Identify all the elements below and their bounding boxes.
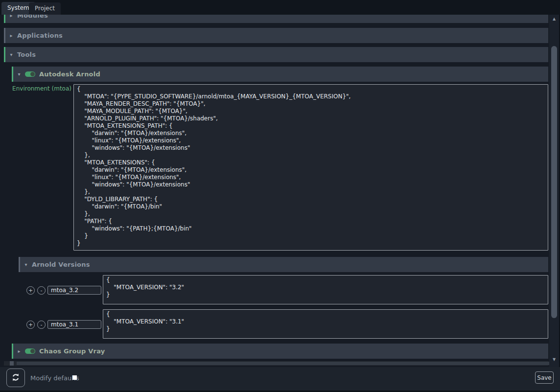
footer-bar: Modify defaults Save xyxy=(0,367,560,391)
remove-version-button[interactable]: - xyxy=(37,286,46,295)
section-title: Arnold Versions xyxy=(32,261,90,268)
scroll-down-icon[interactable]: ▼ xyxy=(549,356,559,363)
version-name-input[interactable] xyxy=(47,286,101,295)
section-header-arnold-versions[interactable]: ▾ Arnold Versions xyxy=(19,257,548,272)
modify-defaults-label: Modify defaults xyxy=(30,374,79,382)
refresh-button[interactable] xyxy=(6,369,25,387)
tab-project[interactable]: Project xyxy=(29,2,61,15)
version-json-editor[interactable]: { "MTOA_VERSION": "3.1" } xyxy=(103,309,548,339)
vray-enabled-toggle[interactable] xyxy=(25,348,35,354)
environment-mtoa-label: Environment (mtoa) xyxy=(12,85,71,92)
save-button[interactable]: Save xyxy=(535,371,554,384)
section-title: Applications xyxy=(17,32,63,39)
tab-bar: System Project xyxy=(0,0,560,15)
horizontal-scrollbar-nub[interactable] xyxy=(10,361,14,366)
add-version-button[interactable]: + xyxy=(26,321,35,329)
section-header-chaos-group-vray[interactable]: ▸ Chaos Group Vray xyxy=(12,344,548,359)
add-version-button[interactable]: + xyxy=(26,286,35,295)
chevron-right-icon: ▸ xyxy=(13,348,25,354)
section-header-modules[interactable]: ▸ Modules xyxy=(4,15,548,23)
refresh-icon xyxy=(11,373,20,383)
chevron-right-icon: ▸ xyxy=(5,33,17,38)
remove-version-button[interactable]: - xyxy=(37,321,46,329)
chevron-down-icon: ▾ xyxy=(5,52,17,57)
chevron-down-icon: ▾ xyxy=(13,71,25,77)
horizontal-scrollbar-thumb[interactable] xyxy=(17,362,549,365)
section-header-autodesk-arnold[interactable]: ▾ Autodesk Arnold xyxy=(12,67,548,82)
section-title: Modules xyxy=(17,15,48,19)
horizontal-scrollbar[interactable] xyxy=(4,361,548,366)
vertical-scrollbar[interactable]: ▲ ▼ xyxy=(549,15,559,367)
scroll-up-icon[interactable]: ▲ xyxy=(549,16,559,23)
arnold-enabled-toggle[interactable] xyxy=(25,71,35,77)
section-header-applications[interactable]: ▸ Applications xyxy=(4,28,548,43)
environment-mtoa-editor[interactable]: { "MTOA": "{PYPE_STUDIO_SOFTWARE}/arnold… xyxy=(73,84,548,251)
settings-scroll-area: ▸ Modules ▸ Applications ▾ Tools ▾ Autod… xyxy=(0,15,549,367)
section-title: Autodesk Arnold xyxy=(39,70,100,78)
vertical-scrollbar-thumb[interactable] xyxy=(551,46,557,318)
section-header-tools[interactable]: ▾ Tools xyxy=(4,47,548,62)
chevron-right-icon: ▸ xyxy=(5,15,17,18)
section-title: Chaos Group Vray xyxy=(39,347,105,355)
version-name-input[interactable] xyxy=(47,320,101,329)
modify-defaults-checkbox[interactable] xyxy=(72,375,77,380)
chevron-down-icon: ▾ xyxy=(20,262,32,267)
section-title: Tools xyxy=(17,51,36,58)
version-json-editor[interactable]: { "MTOA_VERSION": "3.2" } xyxy=(103,275,548,304)
